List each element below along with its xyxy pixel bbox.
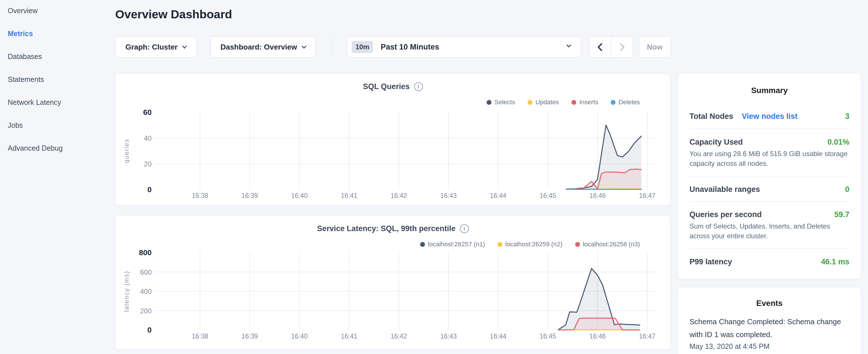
x-axis-tick: 16:40 bbox=[291, 332, 308, 340]
x-axis-tick: 16:38 bbox=[192, 332, 208, 340]
qps-description: Sum of Selects, Updates, Inserts, and De… bbox=[689, 221, 849, 241]
qps-label: Queries per second bbox=[689, 211, 762, 219]
divider bbox=[689, 248, 849, 249]
capacity-used-description: You are using 28.6 MiB of 515.9 GiB usab… bbox=[689, 149, 849, 168]
time-forward-button[interactable] bbox=[611, 37, 633, 57]
x-axis-tick: 16:44 bbox=[490, 192, 507, 199]
y-axis-label: latency (ms) bbox=[123, 271, 130, 312]
divider bbox=[689, 201, 849, 202]
total-nodes-value: 3 bbox=[845, 112, 849, 120]
service-latency-chart-card: Service Latency: SQL, 99th percentile i … bbox=[115, 216, 671, 350]
y-axis-tick: 600 bbox=[140, 268, 152, 276]
dashboard-dropdown-label: Dashboard: Overview bbox=[220, 43, 297, 52]
time-back-button[interactable] bbox=[589, 37, 611, 57]
summary-title: Summary bbox=[689, 87, 849, 95]
y-axis-label: queries bbox=[123, 139, 130, 163]
event-timestamp: May 13, 2020 at 4:45 PM bbox=[689, 342, 849, 350]
controls-divider bbox=[331, 37, 332, 57]
x-axis-tick: 16:47 bbox=[639, 332, 656, 340]
x-axis-tick: 16:44 bbox=[490, 332, 507, 340]
chevron-down-icon bbox=[302, 44, 306, 49]
total-nodes-label: Total Nodes bbox=[689, 112, 733, 120]
graph-dropdown-label: Graph: Cluster bbox=[125, 43, 178, 52]
x-axis-tick: 16:43 bbox=[440, 192, 457, 199]
sidebar-item-advanced-debug[interactable]: Advanced Debug bbox=[8, 144, 115, 152]
summary-card: Summary Total Nodes View nodes list 3 Ca… bbox=[678, 73, 861, 279]
unavailable-ranges-value: 0 bbox=[845, 185, 849, 193]
summary-row-total-nodes: Total Nodes View nodes list 3 bbox=[689, 112, 849, 120]
x-axis-tick: 16:43 bbox=[440, 332, 457, 340]
p99-latency-label: P99 latency bbox=[689, 258, 732, 266]
time-range-label: Past 10 Minutes bbox=[381, 43, 439, 52]
y-axis-tick: 0 bbox=[147, 185, 152, 194]
p99-latency-value: 46.1 ms bbox=[821, 258, 849, 266]
dashboard-dropdown[interactable]: Dashboard: Overview bbox=[211, 36, 315, 58]
y-axis-tick: 20 bbox=[144, 160, 152, 168]
event-message[interactable]: Schema Change Completed: Schema change w… bbox=[689, 315, 849, 341]
summary-row-p99: P99 latency 46.1 ms bbox=[689, 258, 849, 266]
capacity-used-value: 0.01% bbox=[827, 138, 849, 146]
main-content: Overview Dashboard Graph: Cluster Dashbo… bbox=[115, 0, 671, 350]
chevron-right-icon bbox=[618, 42, 626, 52]
sidebar-item-metrics[interactable]: Metrics bbox=[8, 30, 115, 37]
sidebar-item-databases[interactable]: Databases bbox=[8, 53, 115, 60]
capacity-used-label: Capacity Used bbox=[689, 138, 743, 146]
now-button[interactable]: Now bbox=[639, 36, 671, 58]
x-axis-tick: 16:41 bbox=[341, 332, 358, 340]
sidebar: Overview Metrics Databases Statements Ne… bbox=[0, 0, 115, 167]
x-axis-tick: 16:38 bbox=[192, 192, 208, 199]
graph-dropdown[interactable]: Graph: Cluster bbox=[115, 36, 196, 58]
sql-queries-chart-card: SQL Queries i SelectsUpdatesInsertsDelet… bbox=[115, 74, 671, 206]
x-axis-tick: 16:39 bbox=[242, 332, 258, 340]
x-axis-tick: 16:40 bbox=[291, 192, 308, 199]
y-axis-tick: 200 bbox=[140, 307, 152, 315]
chevron-down-icon bbox=[566, 43, 571, 47]
y-axis-tick: 400 bbox=[140, 288, 152, 295]
sidebar-item-statements[interactable]: Statements bbox=[8, 75, 115, 83]
summary-row-capacity: Capacity Used 0.01% bbox=[689, 138, 849, 146]
x-axis-tick: 16:42 bbox=[391, 332, 407, 340]
x-axis-tick: 16:45 bbox=[539, 332, 556, 340]
chevron-down-icon bbox=[182, 44, 187, 49]
unavailable-ranges-label: Unavailable ranges bbox=[689, 185, 760, 193]
events-card: Events Schema Change Completed: Schema c… bbox=[678, 287, 861, 354]
sidebar-item-network-latency[interactable]: Network Latency bbox=[8, 99, 115, 106]
y-axis-tick: 60 bbox=[143, 108, 152, 117]
sidebar-item-overview[interactable]: Overview bbox=[8, 7, 115, 14]
x-axis-tick: 16:42 bbox=[391, 192, 407, 199]
x-axis-tick: 16:46 bbox=[589, 192, 606, 199]
time-step-buttons bbox=[589, 36, 633, 58]
sql-queries-plot[interactable]: 020406016:3816:3916:4016:4116:4216:4316:… bbox=[116, 74, 671, 206]
x-axis-tick: 16:41 bbox=[341, 192, 358, 199]
summary-row-unavailable-ranges: Unavailable ranges 0 bbox=[689, 185, 849, 193]
y-axis-tick: 800 bbox=[139, 248, 152, 257]
right-panel: Summary Total Nodes View nodes list 3 Ca… bbox=[678, 73, 861, 354]
page-title: Overview Dashboard bbox=[115, 8, 671, 21]
time-window-badge: 10m bbox=[351, 41, 373, 53]
x-axis-tick: 16:45 bbox=[539, 192, 556, 199]
view-nodes-list-link[interactable]: View nodes list bbox=[742, 112, 798, 120]
y-axis-tick: 0 bbox=[147, 326, 152, 334]
y-axis-tick: 40 bbox=[144, 134, 152, 142]
sidebar-item-jobs[interactable]: Jobs bbox=[8, 122, 115, 129]
time-range-selector[interactable]: 10m Past 10 Minutes bbox=[347, 36, 581, 58]
x-axis-tick: 16:39 bbox=[242, 192, 258, 199]
service-latency-plot[interactable]: 020040060080016:3816:3916:4016:4116:4216… bbox=[116, 216, 671, 350]
events-title: Events bbox=[689, 299, 849, 307]
x-axis-tick: 16:46 bbox=[589, 332, 606, 340]
qps-value: 59.7 bbox=[834, 211, 849, 219]
divider bbox=[689, 176, 849, 176]
summary-row-qps: Queries per second 59.7 bbox=[689, 211, 849, 219]
controls-bar: Graph: Cluster Dashboard: Overview 10m P… bbox=[115, 36, 671, 58]
chevron-left-icon bbox=[596, 42, 604, 52]
divider bbox=[689, 129, 849, 129]
x-axis-tick: 16:47 bbox=[639, 192, 656, 199]
